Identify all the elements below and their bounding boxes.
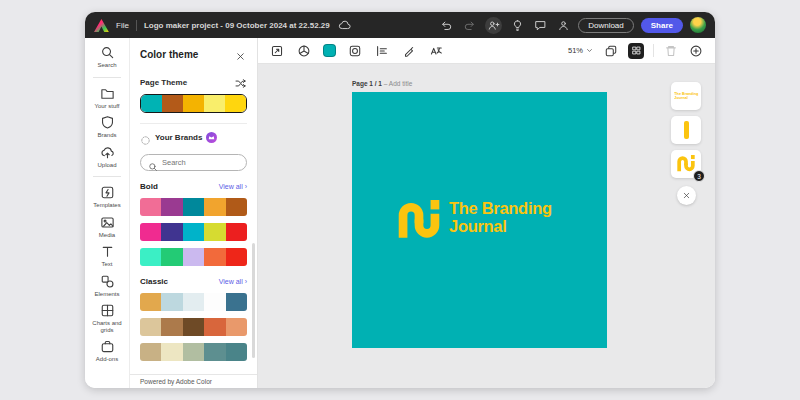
color-swatch xyxy=(140,223,161,241)
view-all-link[interactable]: View all › xyxy=(219,278,247,285)
translate-button[interactable] xyxy=(428,43,444,59)
logo-text-line1: The Branding xyxy=(449,200,552,218)
avatar[interactable] xyxy=(690,17,706,33)
sidebar-item-templates[interactable]: Templates xyxy=(85,185,129,209)
theme-color-swatch xyxy=(225,95,246,112)
logo-text[interactable]: The Branding Journal xyxy=(449,200,552,235)
spacing-button[interactable] xyxy=(374,43,390,59)
close-icon[interactable] xyxy=(235,48,247,60)
logo-mark[interactable] xyxy=(398,200,440,242)
color-swatch xyxy=(183,293,204,311)
adobe-express-logo-icon[interactable] xyxy=(94,19,109,32)
comments-icon[interactable] xyxy=(533,18,548,33)
sidebar-item-media[interactable]: Media xyxy=(85,215,129,239)
sidebar-item-upload[interactable]: Upload xyxy=(85,145,129,169)
your-brands-row[interactable]: Your Brands xyxy=(140,132,247,143)
media-icon xyxy=(100,215,115,230)
color-swatch xyxy=(226,343,247,361)
panel-scrollbar[interactable] xyxy=(252,243,255,358)
duplicate-page-button[interactable] xyxy=(603,43,619,59)
view-all-link[interactable]: View all › xyxy=(219,183,247,190)
redo-icon[interactable] xyxy=(462,18,477,33)
color-swatch xyxy=(226,293,247,311)
spacing-icon xyxy=(375,44,389,58)
color-swatch xyxy=(204,248,225,266)
canvas-content: Page 1 / 1 – Add title The Branding Jour… xyxy=(258,64,715,388)
logo-group[interactable]: The Branding Journal xyxy=(398,200,552,242)
color-wheel-button[interactable] xyxy=(296,43,312,59)
canvas-toolbar-right: 51% xyxy=(568,43,704,59)
zoom-control[interactable]: 51% xyxy=(568,46,594,55)
color-swatch xyxy=(183,198,204,216)
layer-card-bar[interactable] xyxy=(671,116,701,144)
download-button[interactable]: Download xyxy=(578,18,634,33)
color-swatch xyxy=(140,198,161,216)
sidebar-item-charts-and-grids[interactable]: Charts and grids xyxy=(85,303,129,333)
section-header: ClassicView all › xyxy=(140,277,247,286)
color-wheel-icon xyxy=(297,44,311,58)
sidebar-item-text[interactable]: Text xyxy=(85,244,129,268)
fill-color-button[interactable] xyxy=(323,44,336,57)
layer-count-badge: 3 xyxy=(693,170,705,182)
shuffle-icon[interactable] xyxy=(234,76,247,89)
sidebar-item-elements[interactable]: Elements xyxy=(85,274,129,298)
palette-row-bold[interactable] xyxy=(140,223,247,241)
color-swatch xyxy=(204,318,225,336)
color-swatch xyxy=(161,293,182,311)
ideas-icon[interactable] xyxy=(510,18,525,33)
frame-icon xyxy=(348,44,362,58)
chevron-down-icon xyxy=(585,46,594,55)
color-swatch xyxy=(183,318,204,336)
search-input[interactable] xyxy=(162,158,242,167)
cloud-sync-icon xyxy=(337,18,352,33)
panel-divider xyxy=(140,123,247,124)
resize-button[interactable] xyxy=(269,43,285,59)
dismiss-panel-button[interactable] xyxy=(677,186,696,205)
color-swatch xyxy=(204,293,225,311)
toolbar-divider xyxy=(653,44,654,57)
project-title[interactable]: Logo maker project - 09 October 2024 at … xyxy=(144,21,330,30)
search-icon xyxy=(100,45,115,60)
titlebar-actions xyxy=(439,17,571,34)
invite-icon[interactable] xyxy=(485,17,502,34)
artboard[interactable]: The Branding Journal xyxy=(352,92,607,348)
color-swatch xyxy=(161,198,182,216)
sidebar-item-brands[interactable]: Brands xyxy=(85,115,129,139)
palette-row-classic[interactable] xyxy=(140,293,247,311)
theme-search-field[interactable] xyxy=(140,154,247,171)
palette-row-classic[interactable] xyxy=(140,343,247,361)
resize-icon xyxy=(270,44,284,58)
color-swatch xyxy=(140,343,161,361)
theme-color-swatch xyxy=(204,95,225,112)
account-icon[interactable] xyxy=(556,18,571,33)
sidebar-item-your-stuff[interactable]: Your stuff xyxy=(85,86,129,110)
undo-icon[interactable] xyxy=(439,18,454,33)
grid-view-button[interactable] xyxy=(628,43,644,59)
your-brands-label: Your Brands xyxy=(155,133,202,142)
sidebar-item-label: Add-ons xyxy=(96,356,118,363)
delete-page-button[interactable] xyxy=(663,43,679,59)
page-label[interactable]: Page 1 / 1 – Add title xyxy=(352,80,412,87)
color-swatch xyxy=(161,343,182,361)
add-page-button[interactable] xyxy=(688,43,704,59)
sidebar-item-label: Templates xyxy=(93,202,120,209)
palette-row-classic[interactable] xyxy=(140,318,247,336)
layer-text-thumbnail: The Branding Journal xyxy=(674,92,698,99)
frame-button[interactable] xyxy=(347,43,363,59)
color-swatch xyxy=(183,248,204,266)
page-theme-bar[interactable] xyxy=(140,94,247,113)
layer-card-text[interactable]: The Branding Journal xyxy=(671,82,701,110)
color-swatch xyxy=(183,223,204,241)
pen-button[interactable] xyxy=(401,43,417,59)
adobe-color-footer: Powered by Adobe Color xyxy=(130,374,257,388)
text-icon xyxy=(100,244,115,259)
page-theme-label: Page Theme xyxy=(140,78,187,87)
palette-row-bold[interactable] xyxy=(140,248,247,266)
share-button[interactable]: Share xyxy=(641,18,683,33)
sidebar-item-search[interactable]: Search xyxy=(85,45,129,69)
layer-card-mark[interactable]: 3 xyxy=(671,150,701,178)
file-menu[interactable]: File xyxy=(116,21,129,30)
sidebar-item-add-ons[interactable]: Add-ons xyxy=(85,339,129,363)
palette-row-bold[interactable] xyxy=(140,198,247,216)
section-title: Bold xyxy=(140,182,158,191)
